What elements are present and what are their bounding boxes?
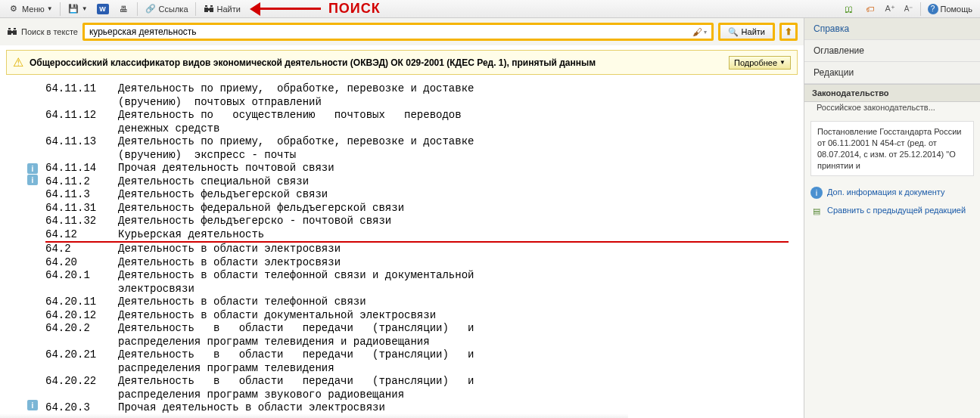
- doc-row: 64.11.31Деятельность федеральной фельдъе…: [45, 202, 789, 215]
- font-decrease-button[interactable]: A⁻: [900, 3, 918, 14]
- tag-button[interactable]: 🏷: [859, 2, 880, 17]
- doc-row: 64.12Курьерская деятельность: [45, 228, 789, 243]
- code-cell: [45, 122, 118, 136]
- code-cell: 64.11.12: [45, 109, 118, 122]
- code-cell: 64.20.1: [45, 269, 118, 283]
- separator: [60, 2, 61, 16]
- text-cell: денежных средств: [118, 122, 789, 136]
- text-cell: Деятельность в области электросвязи: [118, 256, 789, 270]
- text-cell: Деятельность фельдъегерско - почтовой св…: [118, 215, 789, 228]
- text-cell: (вручению) экспресс - почты: [118, 149, 789, 163]
- link-compare-edition[interactable]: ▤ Сравнить с предыдущей редакцией: [810, 202, 974, 220]
- warning-icon: ⚠: [13, 55, 23, 70]
- info-icon[interactable]: i: [27, 400, 38, 410]
- doc-row: 64.20.2Деятельность в области передачи (…: [45, 322, 789, 336]
- overlay-text: ПОИСК: [328, 1, 381, 17]
- font-decrease-icon: A⁻: [904, 5, 913, 13]
- alert-text: Общероссийский классификатор видов эконо…: [30, 57, 723, 68]
- arrow-up-icon: ⬆: [785, 26, 792, 37]
- clear-search-button[interactable]: 🖌▾: [688, 26, 711, 38]
- doc-row: 64.20Деятельность в области электросвязи: [45, 256, 789, 270]
- search-find-button[interactable]: 🔍 Найти: [718, 23, 775, 41]
- separator: [195, 2, 196, 16]
- top-toolbar: ⚙ Меню ▼ 💾 ▼ W 🖶 🔗 Ссылка Найти ПОИСК 🕮 …: [0, 0, 980, 18]
- link-label: Ссылка: [159, 5, 188, 14]
- code-cell: 64.11.32: [45, 215, 118, 228]
- text-cell: Деятельность в области передачи (трансля…: [118, 322, 789, 336]
- floppy-icon: 💾: [67, 3, 79, 15]
- print-button[interactable]: 🖶: [114, 2, 135, 17]
- code-cell: 64.20.12: [45, 309, 118, 323]
- text-cell: Деятельность по осуществлению почтовых п…: [118, 109, 789, 122]
- font-increase-button[interactable]: A⁺: [880, 2, 899, 15]
- save-button[interactable]: 💾 ▼: [63, 2, 92, 17]
- doc-row: 64.20.22Деятельность в области передачи …: [45, 375, 789, 389]
- text-cell: Деятельность по приему, обработке, перев…: [118, 135, 789, 149]
- doc-row: 64.11.13Деятельность по приему, обработк…: [45, 135, 789, 149]
- doc-row: 64.20.21Деятельность в области передачи …: [45, 348, 789, 362]
- search-input-container: 🖌▾: [82, 23, 714, 41]
- code-cell: 64.11.2: [45, 175, 118, 189]
- right-links: i Доп. информация к документу ▤ Сравнить…: [804, 181, 980, 223]
- document-body[interactable]: 64.11.11Деятельность по приему, обработк…: [0, 78, 804, 418]
- doc-row: распределения программ телевидения и рад…: [45, 336, 789, 349]
- bookmark-button[interactable]: 🕮: [838, 2, 859, 17]
- code-cell: 64.11.13: [45, 135, 118, 149]
- separator: [920, 2, 921, 16]
- doc-row: 64.11.14Прочая деятельность почтовой свя…: [45, 162, 789, 175]
- info-icon: i: [810, 187, 823, 199]
- search-up-button[interactable]: ⬆: [779, 23, 798, 41]
- code-cell: [45, 336, 118, 349]
- bookmark-icon: 🕮: [842, 3, 854, 15]
- tab-contents[interactable]: Оглавление: [804, 40, 980, 62]
- chevron-down-icon: ▼: [82, 5, 88, 12]
- doc-row: 64.2Деятельность в области электросвязи: [45, 243, 789, 256]
- binoculars-icon: [6, 26, 18, 38]
- chevron-down-icon: ▼: [47, 5, 53, 12]
- text-cell: Деятельность в области передачи (трансля…: [118, 348, 789, 362]
- help-label: Помощь: [941, 5, 973, 14]
- text-cell: Деятельность в области документальной эл…: [118, 309, 789, 323]
- menu-button[interactable]: ⚙ Меню ▼: [3, 2, 58, 17]
- text-cell: распределения программ телевидения и рад…: [118, 336, 789, 349]
- tab-editions[interactable]: Редакции: [804, 62, 980, 84]
- app-icon: ⚙: [8, 3, 20, 15]
- legislation-sub: Российское законодательств...: [804, 102, 980, 116]
- text-cell: распределения программ звукового радиове…: [118, 389, 789, 402]
- binoculars-icon: [203, 3, 215, 15]
- find-button[interactable]: Найти: [198, 2, 245, 17]
- tab-reference[interactable]: Справка: [804, 18, 980, 40]
- document-pane: Поиск в тексте 🖌▾ 🔍 Найти ⬆ ⚠ Общероссий…: [0, 18, 804, 418]
- alert-more-button[interactable]: Подробнее ▼: [729, 56, 791, 70]
- find-label: Найти: [217, 5, 241, 14]
- document-info-card: Постановление Госстандарта России от 06.…: [810, 121, 974, 176]
- text-cell: Деятельность в области телефонной связи …: [118, 269, 789, 283]
- code-cell: 64.20.2: [45, 322, 118, 336]
- search-input[interactable]: [85, 25, 688, 39]
- text-cell: Деятельность специальной связи: [118, 175, 789, 189]
- help-icon: ?: [928, 4, 938, 14]
- doc-row: 64.11.2Деятельность специальной связи: [45, 175, 789, 189]
- search-bar: Поиск в тексте 🖌▾ 🔍 Найти ⬆: [0, 18, 804, 45]
- link-button[interactable]: 🔗 Ссылка: [140, 2, 193, 17]
- doc-row: распределения программ телевидения: [45, 362, 789, 376]
- doc-row: 64.20.12Деятельность в области документа…: [45, 309, 789, 323]
- text-cell: Курьерская деятельность: [118, 228, 789, 242]
- word-button[interactable]: W: [92, 2, 114, 16]
- code-cell: [45, 389, 118, 402]
- code-cell: [45, 362, 118, 376]
- font-increase-icon: A⁺: [885, 4, 894, 14]
- separator: [137, 2, 138, 16]
- doc-row: (вручению) экспресс - почты: [45, 149, 789, 163]
- link-icon: 🔗: [145, 3, 157, 15]
- tag-icon: 🏷: [863, 3, 876, 15]
- chevron-down-icon: ▼: [779, 59, 786, 66]
- margin-info-icon-bottom: i: [27, 400, 38, 410]
- help-button[interactable]: ? Помощь: [923, 2, 978, 16]
- text-cell: распределения программ телевидения: [118, 362, 789, 376]
- doc-row: 64.20.3Прочая деятельность в области эле…: [45, 401, 789, 415]
- magnifier-icon: 🔍: [728, 27, 739, 37]
- code-cell: 64.20.11: [45, 296, 118, 309]
- link-additional-info[interactable]: i Доп. информация к документу: [810, 184, 974, 202]
- code-cell: 64.11.3: [45, 188, 118, 202]
